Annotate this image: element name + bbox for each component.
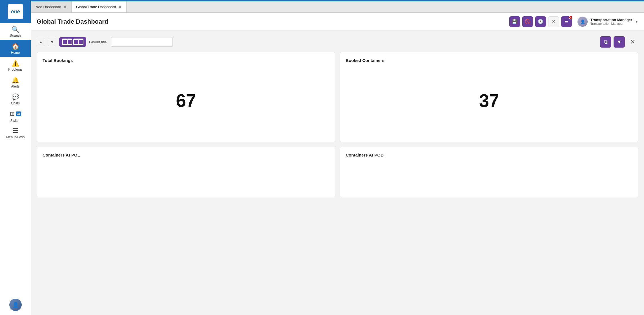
layout-copy-button[interactable]: ⧉ xyxy=(600,36,611,48)
user-role: Transportation Manager xyxy=(590,22,632,25)
user-details: Transportation Manager Transportation Ma… xyxy=(590,18,632,25)
sidebar-item-label: Search xyxy=(10,34,21,38)
tab-global[interactable]: Global Trade Dashboard ✕ xyxy=(72,1,127,12)
sidebar-item-alerts[interactable]: 🔔 Alerts xyxy=(0,74,31,91)
switch-badge: ⇄ xyxy=(16,111,21,116)
layout-actions-right: ⧉ ▼ ✕ xyxy=(600,36,638,48)
chats-icon: 💬 xyxy=(12,94,19,100)
dashboard-grid: Total Bookings 67 Booked Containers 37 C… xyxy=(37,52,638,197)
booked-containers-title: Booked Containers xyxy=(346,58,633,63)
sidebar-item-label: Problems xyxy=(8,68,23,72)
layout-rect-3 xyxy=(74,40,78,44)
containers-pod-title: Containers At POD xyxy=(346,153,633,157)
user-dropdown-caret[interactable]: ▼ xyxy=(635,20,638,24)
copy-icon: ⧉ xyxy=(604,39,608,45)
layout-dropdown-button[interactable]: ▼ xyxy=(614,36,625,48)
chevron-down-icon: ▼ xyxy=(50,40,54,44)
main-area: Neo Dashboard ✕ Global Trade Dashboard ✕… xyxy=(31,0,644,315)
block-icon: 🚫 xyxy=(525,19,530,24)
layout-2col-b-option[interactable] xyxy=(73,39,83,45)
close-icon: ✕ xyxy=(630,38,635,46)
menu-icon: ☰ xyxy=(565,19,568,24)
containers-pol-title: Containers At POL xyxy=(43,153,329,157)
user-avatar-small: 👤 xyxy=(577,17,588,27)
notification-badge: ★ xyxy=(569,15,573,19)
switch-label: Switch xyxy=(10,119,20,123)
switch-icon: ⊞ xyxy=(10,110,15,117)
booked-containers-value: 37 xyxy=(346,65,633,136)
layout-title-label: Layout title xyxy=(89,40,107,44)
tab-global-label: Global Trade Dashboard xyxy=(76,5,116,9)
sidebar-item-label: Home xyxy=(11,51,20,55)
star-icon: ★ xyxy=(570,16,572,19)
sidebar-item-home[interactable]: 🏠 Home xyxy=(0,40,31,57)
avatar-initials: 👤 xyxy=(12,302,19,308)
sidebar-item-label: Alerts xyxy=(11,84,20,88)
sidebar-item-problems[interactable]: ⚠️ Problems xyxy=(0,57,31,74)
containers-pod-card: Containers At POD xyxy=(340,147,639,197)
total-bookings-card: Total Bookings 67 xyxy=(37,52,335,142)
block-button[interactable]: 🚫 xyxy=(522,16,533,27)
nav-up-button[interactable]: ▲ xyxy=(37,38,45,46)
close-header-icon: ✕ xyxy=(552,19,556,24)
close-header-button[interactable]: ✕ xyxy=(548,16,559,27)
nav-down-button[interactable]: ▼ xyxy=(48,38,56,46)
user-avatar-icon: 👤 xyxy=(580,19,585,24)
sidebar-item-label: Menus/Favs xyxy=(6,135,25,139)
layout-close-button[interactable]: ✕ xyxy=(627,36,638,48)
layout-2col-option[interactable] xyxy=(62,39,72,45)
chevron-up-icon: ▲ xyxy=(39,40,43,44)
sidebar-item-label: Chats xyxy=(11,101,20,105)
content-area: ▲ ▼ Layout xyxy=(31,31,644,315)
user-avatar[interactable]: 👤 xyxy=(9,295,22,315)
problems-icon: ⚠️ xyxy=(12,60,19,66)
dropdown-icon: ▼ xyxy=(617,39,622,45)
sidebar: one 🔍 Search 🏠 Home ⚠️ Problems 🔔 Alerts… xyxy=(0,0,31,315)
menu-btn-wrap: ☰ ★ xyxy=(561,16,572,27)
containers-pol-value xyxy=(43,160,329,191)
history-button[interactable]: 🕐 xyxy=(535,16,546,27)
containers-pod-value xyxy=(346,160,633,191)
save-icon: 💾 xyxy=(512,19,517,24)
tabs-bar: Neo Dashboard ✕ Global Trade Dashboard ✕ xyxy=(31,1,644,13)
layout-rect-1 xyxy=(63,40,67,44)
tab-neo-close[interactable]: ✕ xyxy=(63,5,67,9)
search-icon: 🔍 xyxy=(12,26,19,33)
layout-selector xyxy=(59,37,86,47)
header-actions: 💾 🚫 🕐 ✕ ☰ ★ xyxy=(509,16,572,27)
layout-rect-2 xyxy=(68,40,72,44)
history-icon: 🕐 xyxy=(538,19,543,24)
sidebar-item-search[interactable]: 🔍 Search xyxy=(0,23,31,40)
layout-rect-4 xyxy=(79,40,83,44)
sidebar-item-switch[interactable]: ⊞ ⇄ xyxy=(0,108,31,119)
logo-box: one xyxy=(8,4,23,19)
tab-global-close[interactable]: ✕ xyxy=(118,5,122,9)
save-button[interactable]: 💾 xyxy=(509,16,520,27)
sidebar-item-chats[interactable]: 💬 Chats xyxy=(0,91,31,108)
user-name: Transportation Manager xyxy=(590,18,632,22)
avatar-circle: 👤 xyxy=(9,299,22,311)
sidebar-item-menus[interactable]: ☰ Menus/Favs xyxy=(0,124,31,141)
header-bar: Global Trade Dashboard 💾 🚫 🕐 ✕ ☰ ★ xyxy=(31,13,644,31)
user-info: 👤 Transportation Manager Transportation … xyxy=(577,17,638,27)
page-title: Global Trade Dashboard xyxy=(37,18,506,25)
total-bookings-title: Total Bookings xyxy=(43,58,329,63)
booked-containers-card: Booked Containers 37 xyxy=(340,52,639,142)
app-logo[interactable]: one xyxy=(0,0,31,23)
layout-title-bar: ▲ ▼ Layout xyxy=(37,36,638,48)
tab-neo[interactable]: Neo Dashboard ✕ xyxy=(31,1,72,12)
alerts-icon: 🔔 xyxy=(12,77,19,83)
menus-icon: ☰ xyxy=(13,128,18,134)
tab-neo-label: Neo Dashboard xyxy=(36,5,61,9)
containers-pol-card: Containers At POL xyxy=(37,147,335,197)
layout-title-input[interactable] xyxy=(111,37,173,47)
total-bookings-value: 67 xyxy=(43,65,329,136)
home-icon: 🏠 xyxy=(12,43,19,50)
